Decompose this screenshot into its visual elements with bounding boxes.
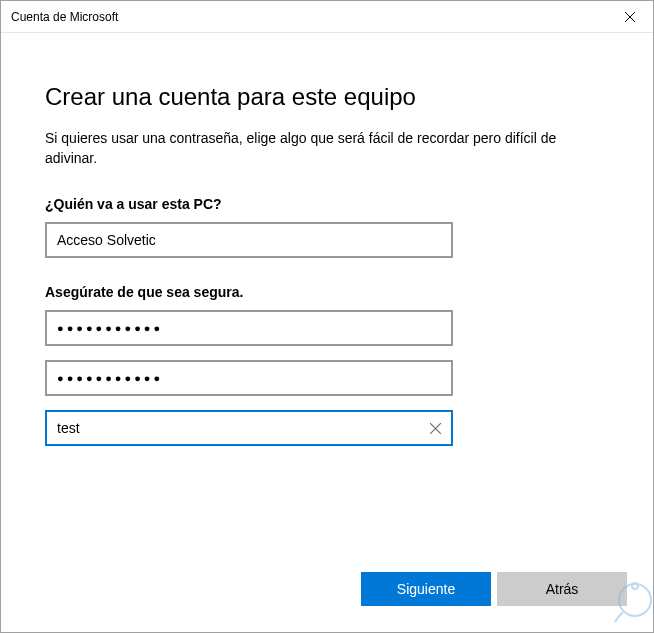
- username-label: ¿Quién va a usar esta PC?: [45, 196, 609, 212]
- svg-point-5: [632, 583, 638, 589]
- password-input[interactable]: ●●●●●●●●●●●: [45, 310, 453, 346]
- window-title: Cuenta de Microsoft: [11, 10, 118, 24]
- watermark-icon: [605, 576, 653, 624]
- titlebar: Cuenta de Microsoft: [1, 1, 653, 33]
- username-field-wrap: [45, 222, 609, 258]
- password-hint-input[interactable]: [45, 410, 453, 446]
- confirm-password-input[interactable]: ●●●●●●●●●●●: [45, 360, 453, 396]
- secure-label: Asegúrate de que sea segura.: [45, 284, 609, 300]
- close-button[interactable]: [607, 1, 653, 33]
- confirm-password-field-wrap: ●●●●●●●●●●●: [45, 360, 609, 396]
- page-heading: Crear una cuenta para este equipo: [45, 83, 609, 111]
- clear-button[interactable]: [423, 416, 447, 440]
- username-input[interactable]: [45, 222, 453, 258]
- button-bar: Siguiente Atrás: [361, 572, 627, 606]
- password-field-wrap: ●●●●●●●●●●●: [45, 310, 609, 346]
- content-area: Crear una cuenta para este equipo Si qui…: [1, 33, 653, 446]
- clear-x-icon: [430, 423, 441, 434]
- hint-field-wrap: [45, 410, 453, 446]
- page-subtext: Si quieres usar una contraseña, elige al…: [45, 129, 565, 168]
- next-button[interactable]: Siguiente: [361, 572, 491, 606]
- close-icon: [625, 12, 635, 22]
